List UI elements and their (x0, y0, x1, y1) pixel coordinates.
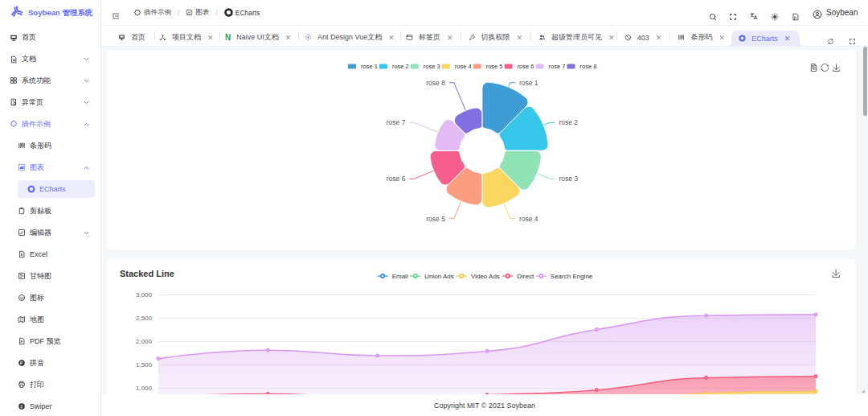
svg-text:rose 8: rose 8 (426, 79, 445, 87)
svg-text:2,500: 2,500 (136, 315, 153, 322)
svg-text:1,000: 1,000 (136, 385, 153, 392)
svg-text:3,000: 3,000 (136, 291, 153, 299)
svg-text:rose 4: rose 4 (519, 215, 538, 223)
svg-text:rose 3: rose 3 (559, 175, 578, 183)
svg-text:rose 6: rose 6 (387, 175, 406, 183)
svg-text:rose 1: rose 1 (519, 79, 538, 87)
svg-text:rose 7: rose 7 (387, 118, 406, 126)
svg-text:2,000: 2,000 (136, 338, 153, 345)
svg-text:rose 5: rose 5 (426, 215, 445, 223)
svg-text:rose 2: rose 2 (559, 118, 578, 126)
svg-text:Stacked Line: Stacked Line (120, 269, 174, 278)
svg-text:1,500: 1,500 (136, 361, 153, 369)
